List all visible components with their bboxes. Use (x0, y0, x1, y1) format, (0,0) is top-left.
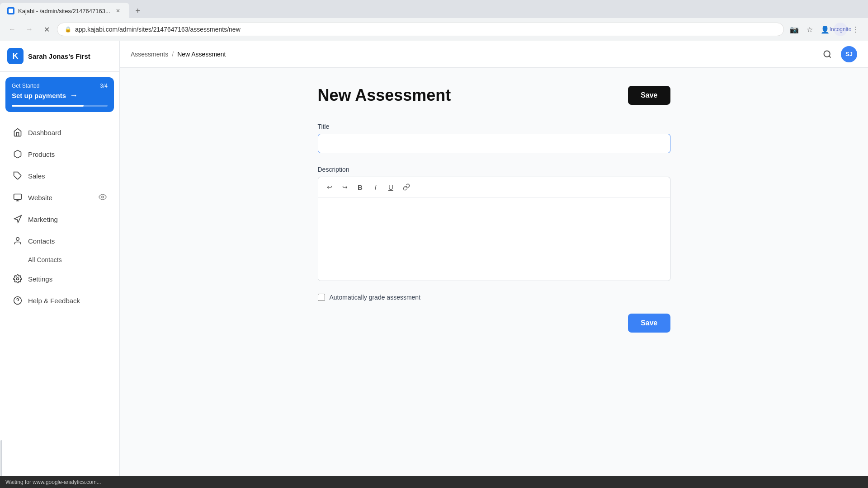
sidebar-header: K Sarah Jonas's First (0, 41, 119, 72)
sidebar-scrollbar[interactable] (0, 440, 2, 476)
svg-rect-0 (9, 9, 13, 13)
bold-button[interactable]: B (354, 181, 367, 193)
undo-button[interactable]: ↩ (323, 181, 336, 193)
breadcrumb: Assessments / New Assessment (131, 51, 226, 58)
incognito-profile[interactable]: Incognito (834, 23, 847, 36)
svg-point-10 (824, 51, 830, 56)
description-toolbar: ↩ ↪ B I U (318, 177, 670, 197)
breadcrumb-assessments[interactable]: Assessments (131, 51, 168, 58)
svg-point-6 (16, 238, 19, 241)
url-text: app.kajabi.com/admin/sites/2147647163/as… (75, 26, 241, 33)
get-started-action[interactable]: Set up payments → (12, 91, 108, 100)
title-form-group: Title (318, 123, 670, 153)
svg-rect-2 (14, 194, 22, 200)
get-started-card[interactable]: Get Started 3/4 Set up payments → (5, 77, 114, 112)
tab-favicon (7, 7, 14, 14)
page-header: New Assessment Save (318, 86, 670, 105)
marketing-label: Marketing (28, 216, 58, 223)
main-content: New Assessment Save Title Description ↩ … (120, 68, 868, 476)
bookmark-button[interactable]: ☆ (803, 23, 816, 36)
redo-button[interactable]: ↪ (338, 181, 352, 193)
site-name: Sarah Jonas's First (28, 52, 90, 60)
tab-close-button[interactable]: ✕ (114, 7, 122, 15)
save-button-top[interactable]: Save (628, 86, 670, 105)
sidebar-item-settings[interactable]: Settings (4, 268, 116, 289)
page-title: New Assessment (318, 86, 451, 105)
contacts-label: Contacts (28, 237, 55, 245)
lock-icon: 🔒 (65, 26, 71, 33)
sidebar-item-website[interactable]: Website (4, 187, 116, 208)
status-bar: Waiting for www.google-analytics.com... (0, 476, 868, 488)
save-button-bottom[interactable]: Save (628, 314, 670, 333)
sidebar-scroll: Get Started 3/4 Set up payments → (0, 72, 119, 363)
sidebar-item-dashboard[interactable]: Dashboard (4, 122, 116, 143)
sidebar-nav: Dashboard Products Sales (0, 117, 119, 315)
svg-line-11 (829, 56, 831, 57)
box-icon (13, 149, 23, 159)
sidebar-item-help[interactable]: Help & Feedback (4, 290, 116, 311)
eye-icon (99, 193, 107, 202)
monitor-icon (13, 192, 23, 202)
address-bar[interactable]: 🔒 app.kajabi.com/admin/sites/2147647163/… (57, 23, 784, 36)
avatar[interactable]: SJ (841, 46, 857, 62)
tag-icon (13, 171, 23, 181)
auto-grade-checkbox[interactable] (318, 294, 325, 301)
description-box: ↩ ↪ B I U (318, 177, 670, 281)
topbar: Assessments / New Assessment SJ (120, 41, 868, 68)
breadcrumb-current: New Assessment (177, 51, 226, 58)
sidebar-item-sales[interactable]: Sales (4, 165, 116, 186)
sales-label: Sales (28, 172, 45, 180)
dashboard-label: Dashboard (28, 129, 61, 136)
sidebar-item-contacts[interactable]: Contacts (4, 230, 116, 251)
progress-bar (12, 105, 108, 107)
contacts-icon (13, 236, 23, 246)
description-label: Description (318, 166, 670, 173)
home-icon (13, 127, 23, 137)
progress-fill (12, 105, 84, 107)
reload-button[interactable]: ✕ (40, 23, 53, 36)
help-label: Help & Feedback (28, 297, 80, 305)
get-started-arrow: → (70, 91, 78, 100)
new-tab-button[interactable]: + (131, 4, 145, 18)
help-icon (13, 296, 23, 305)
tab-title: Kajabi - /admin/sites/2147647163... (18, 8, 110, 14)
website-label: Website (28, 194, 52, 202)
status-text: Waiting for www.google-analytics.com... (5, 479, 101, 485)
description-form-group: Description ↩ ↪ B I U (318, 166, 670, 281)
save-row-bottom: Save (318, 314, 670, 333)
breadcrumb-separator: / (172, 51, 174, 58)
italic-button[interactable]: I (369, 181, 382, 193)
menu-button[interactable]: ⋮ (849, 23, 863, 36)
megaphone-icon (13, 214, 23, 224)
products-label: Products (28, 150, 55, 158)
title-input[interactable] (318, 134, 670, 153)
all-contacts-label: All Contacts (28, 256, 62, 263)
svg-point-7 (17, 278, 19, 280)
auto-grade-row: Automatically grade assessment (318, 294, 670, 301)
link-button[interactable] (400, 181, 413, 193)
settings-label: Settings (28, 275, 52, 283)
description-textarea[interactable] (318, 197, 670, 279)
auto-grade-label[interactable]: Automatically grade assessment (330, 294, 421, 301)
sidebar-item-products[interactable]: Products (4, 144, 116, 164)
search-button[interactable] (819, 46, 835, 62)
sidebar: K Sarah Jonas's First Get Started 3/4 Se… (0, 41, 120, 476)
gear-icon (13, 274, 23, 284)
underline-button[interactable]: U (384, 181, 398, 193)
screen-capture-button[interactable]: 📷 (788, 23, 801, 36)
sidebar-item-all-contacts[interactable]: All Contacts (4, 252, 116, 267)
kajabi-logo: K (7, 48, 24, 64)
forward-button[interactable]: → (23, 23, 36, 36)
title-label: Title (318, 123, 670, 130)
get-started-label: Get Started 3/4 (12, 83, 108, 89)
svg-point-5 (102, 196, 104, 198)
active-tab[interactable]: Kajabi - /admin/sites/2147647163... ✕ (0, 3, 129, 19)
sidebar-item-marketing[interactable]: Marketing (4, 209, 116, 230)
back-button[interactable]: ← (5, 23, 19, 36)
